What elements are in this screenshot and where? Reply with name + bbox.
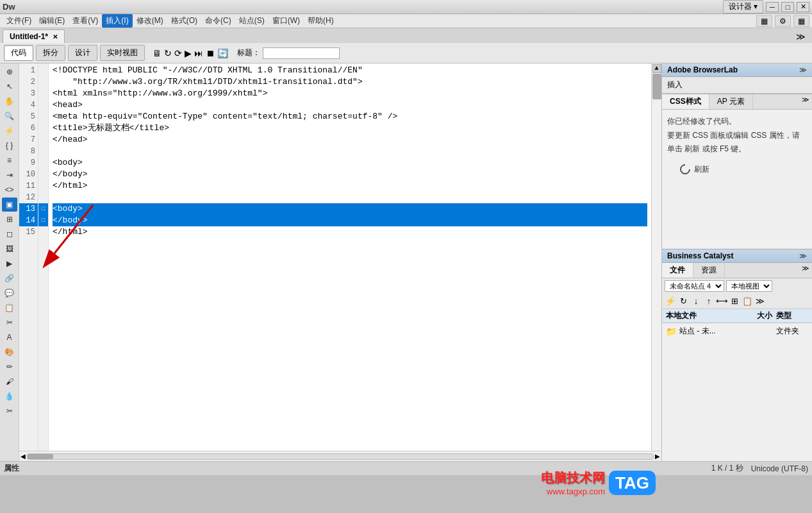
image-icon[interactable]: 🖼 <box>2 242 17 256</box>
stop-icon[interactable]: ⏹ <box>206 48 215 58</box>
extend-icon[interactable]: ▦ <box>793 15 809 27</box>
step-icon[interactable]: ⏭ <box>194 48 203 58</box>
code-nav-icon[interactable]: ⚡ <box>2 124 17 138</box>
panel-collapse-btn[interactable]: ≫ <box>799 66 807 74</box>
table-icon[interactable]: ⊞ <box>2 212 17 226</box>
snippet-icon[interactable]: { } <box>2 139 17 153</box>
browser-preview-icon[interactable]: 🖥 <box>153 48 162 58</box>
gutter-10 <box>38 169 48 180</box>
outdent-icon[interactable]: ⇥ <box>2 168 17 182</box>
code-gutter: □ □ <box>38 63 49 451</box>
menu-window[interactable]: 窗口(W) <box>269 14 304 28</box>
menu-edit[interactable]: 编辑(E) <box>35 14 69 28</box>
title-input[interactable]: 无标题文档 <box>263 47 340 59</box>
scroll-thumb[interactable] <box>652 74 661 99</box>
tab-close-btn[interactable]: ✕ <box>53 33 58 40</box>
link-icon[interactable]: 🔗 <box>2 271 17 285</box>
code-lines[interactable]: <!DOCTYPE html PUBLIC "-//W3C//DTD XHTML… <box>49 63 651 451</box>
view-code-btn[interactable]: 代码 <box>4 45 33 61</box>
insert-label: 插入 <box>667 80 683 90</box>
media-icon[interactable]: ▶ <box>2 256 17 271</box>
titlebar-controls: 设计器 ▾ ─ □ ✕ <box>723 0 809 13</box>
menu-command[interactable]: 命令(C) <box>201 14 235 28</box>
refresh-btn[interactable]: 刷新 <box>680 164 807 175</box>
css-panel-menu-btn[interactable]: ≫ <box>799 94 812 109</box>
menu-modify[interactable]: 修改(M) <box>133 14 167 28</box>
menu-help[interactable]: 帮助(H) <box>304 14 338 28</box>
tag-icon[interactable]: <> <box>2 183 17 197</box>
settings-icon[interactable]: ⚙ <box>775 15 791 27</box>
brush-icon[interactable]: 🖌 <box>2 374 17 389</box>
view-design-btn[interactable]: 设计 <box>68 45 97 61</box>
comment-icon[interactable]: 💬 <box>2 286 17 300</box>
menu-items: 文件(F) 编辑(E) 查看(V) 插入(I) 修改(M) 格式(O) 命令(C… <box>3 14 338 28</box>
more-icon[interactable]: ≫ <box>754 295 766 307</box>
div-icon[interactable]: ◻ <box>2 227 17 241</box>
h-scrollbar[interactable]: ◀ ▶ <box>19 451 661 461</box>
minimize-button[interactable]: ─ <box>766 2 779 12</box>
upload-icon[interactable]: ↑ <box>703 295 715 307</box>
snippet2-icon[interactable]: ✂ <box>2 315 17 330</box>
select-icon[interactable]: ▣ <box>2 198 17 212</box>
files-panel-menu-btn[interactable]: ≫ <box>799 263 812 278</box>
crop-icon[interactable]: ✂ <box>2 404 17 418</box>
editor-scrollbar[interactable]: ▲ <box>651 63 661 451</box>
view-select[interactable]: 本地视图 <box>726 280 772 292</box>
download-icon[interactable]: ↓ <box>690 295 702 307</box>
menu-file[interactable]: 文件(F) <box>3 14 35 28</box>
gutter-7 <box>38 134 48 146</box>
template-icon[interactable]: 📋 <box>2 301 17 315</box>
view-split-btn[interactable]: 拆分 <box>36 45 65 61</box>
designer-button[interactable]: 设计器 ▾ <box>723 0 763 13</box>
ln-5: 5 <box>19 111 38 122</box>
icon-group: 🖥 ↻ ⟳ ▶ ⏭ ⏹ 🔄 <box>153 48 228 58</box>
bc-panel-menu-btn[interactable]: ≫ <box>799 252 807 260</box>
tab-files[interactable]: 文件 <box>662 263 693 278</box>
code-editor[interactable]: 1 2 3 4 5 6 7 8 9 10 11 12 13 14 15 <box>19 63 661 451</box>
sync-icon[interactable]: ⟳ <box>174 48 182 58</box>
format-icon[interactable]: A <box>2 330 17 344</box>
ln-11: 11 <box>19 180 38 192</box>
tab-resources[interactable]: 资源 <box>693 263 725 278</box>
h-scroll-left-btn[interactable]: ◀ <box>21 453 26 460</box>
fold-13[interactable]: □ <box>42 203 45 215</box>
hand-icon[interactable]: ✋ <box>2 94 17 108</box>
connect-icon[interactable]: ⚡ <box>665 295 676 307</box>
menu-view[interactable]: 查看(V) <box>69 14 102 28</box>
scroll-up-btn[interactable]: ▲ <box>652 64 661 73</box>
refresh-files-icon[interactable]: ↻ <box>677 295 689 307</box>
log-icon[interactable]: 📋 <box>742 295 753 307</box>
play-icon[interactable]: ▶ <box>185 48 192 58</box>
h-scroll-track[interactable] <box>27 453 654 460</box>
site-select[interactable]: 未命名站点 4 <box>665 280 724 292</box>
file-row[interactable]: 📁 站点 - 未... 文件夹 <box>663 324 811 338</box>
refresh-live-icon[interactable]: ↻ <box>164 48 172 58</box>
css-message: 你已经修改了代码。要更新 CSS 面板或编辑 CSS 属性，请单击 刷新 或按 … <box>667 115 807 156</box>
tab-ap[interactable]: AP 元素 <box>709 94 753 109</box>
insert-icon[interactable]: ⊕ <box>2 65 17 79</box>
menu-format[interactable]: 格式(O) <box>167 14 201 28</box>
fold-14[interactable]: □ <box>42 215 45 226</box>
zoom-icon[interactable]: 🔍 <box>2 109 17 123</box>
menu-site[interactable]: 站点(S) <box>235 14 269 28</box>
tab-css[interactable]: CSS样式 <box>662 94 709 109</box>
h-scroll-thumb[interactable] <box>28 454 53 459</box>
close-button[interactable]: ✕ <box>797 2 809 12</box>
bottom-status: 属性 1 K / 1 秒 Unicode (UTF-8) <box>0 461 812 475</box>
files-list: 📁 站点 - 未... 文件夹 <box>662 323 812 461</box>
view-live-btn[interactable]: 实时视图 <box>100 45 145 61</box>
sync-files-icon[interactable]: ⟷ <box>716 295 727 307</box>
maximize-button[interactable]: □ <box>781 2 794 12</box>
pointer-icon[interactable]: ↖ <box>2 80 17 94</box>
indent-icon[interactable]: ≡ <box>2 153 17 167</box>
color-icon[interactable]: 🎨 <box>2 345 17 359</box>
layout-icon[interactable]: ▦ <box>756 15 772 27</box>
tab-untitled[interactable]: Untitled-1* ✕ <box>3 29 65 43</box>
expand-icon[interactable]: ⊞ <box>729 295 740 307</box>
menu-insert[interactable]: 插入(I) <box>102 14 132 28</box>
pencil-icon[interactable]: ✏ <box>2 360 17 374</box>
panel-collapse-btn[interactable]: ≫ <box>792 30 809 43</box>
eyedrop-icon[interactable]: 💧 <box>2 389 17 403</box>
h-scroll-right-btn[interactable]: ▶ <box>655 453 660 460</box>
reload-icon[interactable]: 🔄 <box>217 48 228 58</box>
